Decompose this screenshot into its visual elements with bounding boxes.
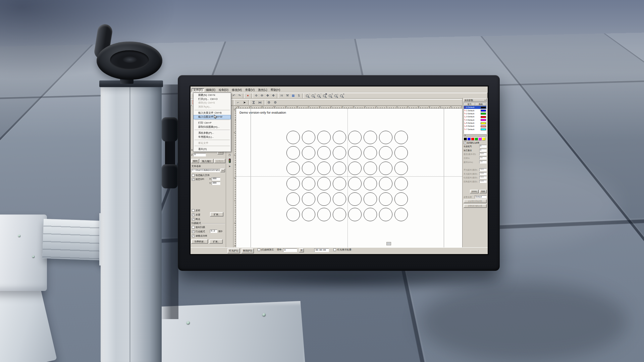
circle-object[interactable] [379, 131, 392, 144]
delay-input[interactable]: 150 [479, 172, 487, 175]
file-menu-item[interactable]: 输入矢量文件 Ctrl+B [194, 111, 230, 115]
dot-mode-checkbox[interactable]: ✓ 打点模式 [192, 230, 205, 233]
param-input[interactable]: 20 [479, 161, 487, 164]
circle-object[interactable] [364, 208, 377, 221]
palette-swatch[interactable] [482, 137, 485, 140]
grayscale-checkbox[interactable]: ✓ 灰度 [192, 214, 200, 216]
toolbar-button[interactable] [264, 100, 265, 105]
toolbar-button[interactable] [302, 94, 304, 98]
palette-swatch[interactable] [467, 137, 471, 140]
circle-object[interactable] [379, 162, 392, 175]
circle-object[interactable] [394, 162, 408, 175]
circle-object[interactable] [364, 162, 377, 175]
close-icon[interactable]: × [484, 99, 486, 101]
menu-bar-item[interactable]: 查看(V) [244, 88, 256, 92]
part-count-input[interactable]: 0 [283, 248, 297, 252]
file-menu-item[interactable]: 另存为(A)... [194, 105, 230, 109]
file-menu-item[interactable] [195, 110, 230, 111]
pen-row[interactable]: ✎ 4 Default [464, 118, 486, 121]
toolbar-button[interactable]: ⋈ [251, 100, 257, 106]
menu-bar-item[interactable]: 激光(L) [256, 88, 269, 92]
toolbar-button[interactable]: ✤ [265, 93, 270, 98]
pen-row[interactable]: ✎ 1 Default [464, 109, 486, 112]
toolbar-button[interactable] [251, 94, 253, 98]
palette-swatch[interactable] [471, 137, 474, 140]
circle-object[interactable] [302, 192, 315, 206]
circle-object[interactable] [286, 146, 300, 160]
dpi-x-input[interactable]: 400 [212, 177, 220, 181]
file-menu-item[interactable]: 输入位图文件 Ctrl+W [194, 115, 230, 119]
circle-object[interactable] [286, 208, 300, 221]
circle-object[interactable] [364, 192, 377, 206]
circle-object[interactable] [394, 146, 408, 160]
browse-button[interactable]: >> [220, 169, 225, 172]
circle-object[interactable] [333, 131, 346, 144]
delay-input[interactable]: 100 [479, 180, 487, 183]
toolbar-button[interactable]: ⋈ [257, 100, 263, 106]
reset-count-button[interactable]: R [299, 248, 304, 252]
toolbar-button[interactable]: − [305, 93, 310, 98]
toolbar-button[interactable]: 1 [327, 93, 333, 98]
library-button[interactable]: 参数设为默认值 [464, 204, 487, 208]
toolbar-button[interactable]: H [279, 93, 284, 98]
param-input[interactable]: 50 [479, 157, 487, 160]
toolbar-button[interactable]: ⌐ [235, 100, 241, 106]
circle-object[interactable] [364, 131, 377, 144]
toolbar-button[interactable]: ⚙ [266, 100, 272, 106]
toolbar-button[interactable]: ⚒ [285, 93, 290, 98]
toolbar-button[interactable]: ● [245, 93, 251, 98]
circle-object[interactable] [379, 192, 392, 206]
invert-checkbox[interactable]: ✓ 反转 [192, 209, 200, 212]
library-button[interactable]: 从参数库取参数 [464, 199, 487, 203]
circle-object[interactable] [302, 177, 315, 190]
circle-object[interactable] [286, 162, 300, 175]
menu-bar-item[interactable]: 编辑(E) [204, 88, 217, 92]
continuous-checkbox[interactable]: ✓ (C)连续加工 [258, 248, 274, 251]
circle-object[interactable] [317, 208, 331, 221]
circle-object[interactable] [286, 177, 300, 190]
file-menu-item[interactable]: 打开(O)... Ctrl+O [194, 97, 230, 101]
palette-swatch[interactable] [478, 137, 482, 140]
file-path-input[interactable]: C:\Users\Administrato [191, 169, 220, 172]
toolbar-button[interactable] [277, 94, 278, 98]
circle-object[interactable] [286, 192, 300, 206]
circle-object[interactable] [302, 131, 315, 144]
toolbar-button[interactable] [243, 94, 245, 98]
adjust-power-checkbox[interactable]: ✓ 调整点功率 [192, 235, 207, 237]
menu-bar-item[interactable]: 帮助(H) [269, 88, 282, 92]
pen-list-scrollbar[interactable]: ◄ [464, 134, 487, 136]
pen-row[interactable]: ✎ 7 Default [464, 128, 486, 131]
circle-object[interactable] [317, 192, 331, 206]
file-menu-item[interactable]: 打印 Ctrl+P [194, 121, 230, 125]
file-menu-item[interactable]: 获取扫描图象(m)... [194, 125, 230, 129]
file-menu-item[interactable]: 常用图库(L)... [194, 135, 230, 139]
circle-object[interactable] [317, 131, 331, 144]
file-menu-item[interactable] [195, 140, 230, 140]
pen-row[interactable]: ✎ 2 Default [464, 112, 486, 115]
circle-object[interactable] [348, 162, 362, 175]
circle-object[interactable] [348, 131, 362, 144]
circle-object[interactable] [333, 162, 346, 175]
file-menu-item[interactable]: 退出(X) [194, 147, 230, 151]
toolbar-button[interactable]: ↔ [333, 93, 338, 98]
circle-object[interactable] [379, 146, 392, 160]
draw-tool-button[interactable]: ➤ [227, 164, 232, 169]
circle-object[interactable] [364, 146, 377, 160]
expand2-button[interactable]: 扩展.. [209, 239, 223, 244]
dpi-y-input[interactable]: 400 [212, 182, 220, 185]
circle-object[interactable] [348, 146, 362, 160]
param-name-input[interactable]: Default [475, 195, 487, 198]
circle-object[interactable] [317, 146, 331, 160]
red-light-button[interactable]: 红光(F1) [227, 248, 240, 253]
circle-object[interactable] [348, 208, 362, 221]
circle-object[interactable] [394, 131, 408, 144]
show-contour-checkbox[interactable]: ✓ 红光显示轮廓 [333, 248, 351, 251]
use-default-checkbox[interactable]: ✓ 使用默认参数 [464, 141, 487, 144]
file-menu-item[interactable]: 最近文件 [194, 141, 230, 145]
toolbar-button[interactable]: ↷ [237, 93, 242, 98]
palette-swatch[interactable] [464, 137, 467, 140]
toolbar-button[interactable]: ▫ [316, 93, 321, 98]
pos-z-input[interactable]: 0 [193, 153, 206, 157]
toolbar-button[interactable]: ▦ [290, 93, 296, 98]
advanced-button[interactable]: 高级 [479, 190, 487, 193]
